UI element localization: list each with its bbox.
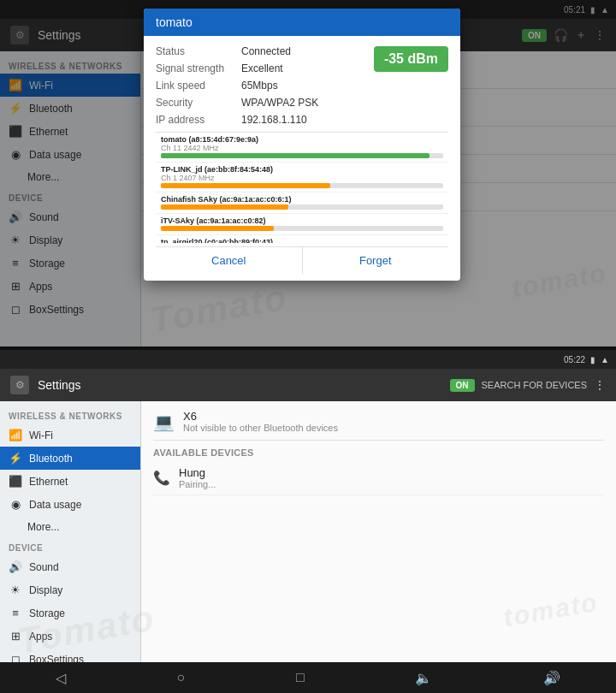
scan-item-1[interactable]: tomato (a8:15:4d:67:9e:9a) Ch 11 2442 MH… (156, 133, 448, 163)
apps-label-bottom: Apps (29, 631, 52, 643)
dialog-overlay: tomato Status Connected Signal strength … (0, 0, 616, 346)
security-value: WPA/WPA2 PSK (241, 97, 318, 109)
datausage-icon-bottom: ◉ (9, 498, 22, 511)
scan-ssid-4: iTV-SAky (ac:9a:1a:ac:c0:82) (161, 216, 443, 225)
bottom-wifi-icon: ▲ (601, 355, 609, 364)
scan-bar-3 (161, 204, 288, 210)
sound-label-bottom: Sound (29, 561, 59, 573)
cancel-button[interactable]: Cancel (156, 247, 303, 274)
scan-ssid-5: tp_airgirl20 (c0:a0:bb:89:f0:43) (161, 238, 443, 243)
scan-bar-container-1 (161, 153, 443, 158)
wifi-icon-bottom: 📶 (9, 429, 22, 441)
security-label: Security (156, 97, 241, 109)
sidebar-item-storage-bottom[interactable]: ≡ Storage (0, 601, 140, 625)
settings-icon-bottom: ⚙ (10, 376, 29, 394)
ip-label: IP address (156, 114, 241, 126)
scan-bar-container-4 (161, 226, 443, 231)
bt-paired-device[interactable]: 📞 Hung Pairing... (153, 461, 604, 495)
scan-ssid-2: TP-LINK_jd (ae:bb:8f:84:54:48) (161, 165, 443, 174)
watermark-bottom2: tomato (501, 588, 601, 633)
scan-freq-1: Ch 11 2442 MHz (161, 144, 443, 152)
ip-value: 192.168.1.110 (241, 114, 307, 126)
scan-ssid-3: Chinafish SAky (ac:9a:1a:ac:c0:6:1) (161, 195, 443, 204)
phone-icon: 📞 (153, 470, 170, 486)
scan-bar-container-3 (161, 204, 443, 210)
bottom-titlebar-right: ON SEARCH FOR DEVICES ⋮ (450, 378, 606, 392)
status-label: Status (156, 45, 241, 57)
sound-icon-bottom: 🔊 (9, 560, 22, 573)
dialog-body: Status Connected Signal strength Excelle… (144, 36, 460, 281)
apps-icon-bottom: ⊞ (9, 630, 22, 643)
bottom-sidebar: WIRELESS & NETWORKS 📶 Wi-Fi ⚡ Bluetooth … (0, 401, 141, 662)
bottom-menu-icon[interactable]: ⋮ (594, 378, 606, 392)
dialog-signal: Signal strength Excellent (156, 60, 365, 77)
scan-item-3[interactable]: Chinafish SAky (ac:9a:1a:ac:c0:6:1) (156, 192, 448, 214)
dialog-security: Security WPA/WPA2 PSK (156, 94, 365, 111)
ethernet-label-bottom: Ethernet (29, 476, 68, 488)
bt-paired-name: Hung (179, 466, 216, 479)
linkspeed-value: 65Mbps (241, 80, 278, 92)
laptop-icon: 💻 (153, 412, 175, 432)
scan-bar-container-2 (161, 183, 443, 188)
bottom-status-bar: 05:22 ▮ ▲ (0, 350, 616, 369)
sidebar-item-bluetooth-bottom[interactable]: ⚡ Bluetooth (0, 447, 140, 470)
scan-item-5[interactable]: tp_airgirl20 (c0:a0:bb:89:f0:43) (156, 235, 448, 243)
available-devices-label: AVAILABLE DEVICES (153, 441, 604, 461)
bt-device-sub: Not visible to other Bluetooth devices (183, 423, 338, 433)
sidebar-item-sound-bottom[interactable]: 🔊 Sound (0, 555, 140, 578)
scan-item-2[interactable]: TP-LINK_jd (ae:bb:8f:84:54:48) Ch 1 2407… (156, 163, 448, 192)
signal-value: Excellent (241, 62, 283, 74)
wifi-label-bottom: Wi-Fi (29, 429, 53, 441)
bottom-toggle[interactable]: ON (450, 379, 475, 392)
storage-icon-bottom: ≡ (9, 607, 22, 619)
display-icon-bottom: ☀ (9, 583, 22, 596)
linkspeed-label: Link speed (156, 80, 241, 92)
status-value: Connected (241, 45, 291, 57)
signal-badge: -35 dBm (374, 46, 448, 72)
sidebar-item-display-bottom[interactable]: ☀ Display (0, 578, 140, 601)
sidebar-item-more-bottom[interactable]: More... (0, 516, 140, 538)
sidebar-item-apps-bottom[interactable]: ⊞ Apps (0, 625, 140, 648)
signal-label: Signal strength (156, 62, 241, 74)
bottom-main: WIRELESS & NETWORKS 📶 Wi-Fi ⚡ Bluetooth … (0, 401, 616, 662)
wifi-dialog: tomato Status Connected Signal strength … (144, 9, 460, 281)
dialog-buttons: Cancel Forget (156, 246, 448, 274)
storage-label-bottom: Storage (29, 607, 65, 619)
datausage-label-bottom: Data usage (29, 499, 81, 511)
sidebar-item-ethernet-bottom[interactable]: ⬛ Ethernet (0, 470, 140, 493)
scan-bar-4 (161, 226, 274, 231)
top-panel: 05:21 ▮ ▲ ⚙ Settings ON 🎧 ＋ ⋮ WIRELESS &… (0, 0, 616, 346)
bluetooth-icon-bottom: ⚡ (9, 452, 22, 465)
forget-button[interactable]: Forget (303, 247, 449, 274)
bottom-panel: 05:22 ▮ ▲ ⚙ Settings ON SEARCH FOR DEVIC… (0, 350, 616, 693)
bottom-titlebar: ⚙ Settings ON SEARCH FOR DEVICES ⋮ (0, 369, 616, 401)
scan-bar-1 (161, 153, 429, 158)
home-button[interactable]: ○ (169, 666, 194, 689)
bt-device-info: 💻 X6 Not visible to other Bluetooth devi… (153, 410, 604, 441)
scan-item-4[interactable]: iTV-SAky (ac:9a:1a:ac:c0:82) (156, 214, 448, 235)
vol-down-button[interactable]: 🔈 (406, 666, 441, 690)
dialog-title: tomato (144, 9, 460, 36)
recents-button[interactable]: □ (287, 666, 313, 689)
bluetooth-label-bottom: Bluetooth (29, 453, 73, 465)
dialog-status: Status Connected (156, 43, 365, 60)
scan-bar-2 (161, 183, 330, 188)
sidebar-item-wifi-bottom[interactable]: 📶 Wi-Fi (0, 424, 140, 447)
sidebar-item-datausage-bottom[interactable]: ◉ Data usage (0, 493, 140, 516)
more-label-bottom: More... (9, 521, 59, 533)
bottom-content: 💻 X6 Not visible to other Bluetooth devi… (141, 401, 616, 662)
search-for-devices-btn[interactable]: SEARCH FOR DEVICES (482, 380, 587, 390)
vol-up-button[interactable]: 🔊 (535, 666, 569, 690)
bt-device-details: X6 Not visible to other Bluetooth device… (183, 410, 338, 433)
dialog-ip: IP address 192.168.1.110 (156, 111, 365, 128)
bottom-time: 05:22 (564, 355, 585, 364)
back-button[interactable]: ◁ (47, 666, 74, 690)
bottom-section2-label: DEVICE (0, 538, 140, 555)
scan-freq-2: Ch 1 2407 MHz (161, 174, 443, 182)
scan-list: tomato (a8:15:4d:67:9e:9a) Ch 11 2442 MH… (156, 132, 448, 243)
ethernet-icon-bottom: ⬛ (9, 475, 22, 488)
bottom-battery-icon: ▮ (590, 355, 595, 364)
navigation-bar: ◁ ○ □ 🔈 🔊 (0, 662, 616, 693)
scan-ssid-1: tomato (a8:15:4d:67:9e:9a) (161, 135, 443, 144)
dialog-linkspeed: Link speed 65Mbps (156, 77, 365, 94)
